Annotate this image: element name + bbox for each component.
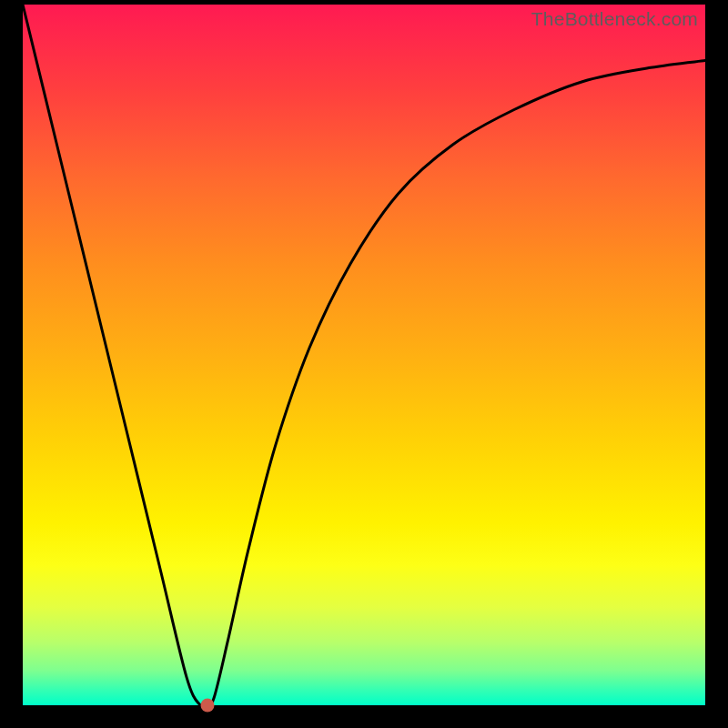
bottleneck-curve bbox=[23, 5, 705, 705]
optimum-marker bbox=[200, 699, 214, 713]
plot-area: TheBottleneck.com bbox=[23, 5, 705, 705]
chart-frame: TheBottleneck.com bbox=[0, 0, 728, 728]
